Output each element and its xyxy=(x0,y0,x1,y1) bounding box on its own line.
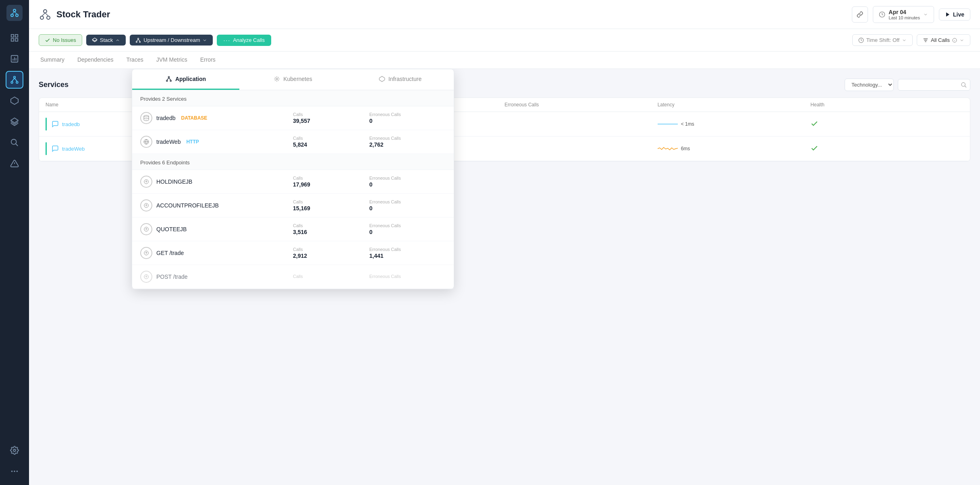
endpoint-row-quoteejb[interactable]: QUOTEEJB Calls 3,516 Erroneous Calls 0 xyxy=(132,218,454,241)
latency-cell: 6ms xyxy=(658,145,811,153)
live-button[interactable]: Live xyxy=(939,8,970,21)
accountprofileejb-erroneous: Erroneous Calls 0 xyxy=(370,199,446,211)
svg-line-21 xyxy=(16,144,18,146)
post-trade-erroneous: Erroneous Calls xyxy=(370,274,446,280)
svg-rect-6 xyxy=(15,35,18,37)
main-content: Stock Trader Apr 04 Last 10 minutes xyxy=(29,0,980,485)
tab-application[interactable]: Application xyxy=(132,69,239,90)
technology-filter[interactable]: Technology... xyxy=(845,79,894,91)
sidebar-item-reports[interactable] xyxy=(6,50,23,68)
time-range-selector[interactable]: Apr 04 Last 10 minutes xyxy=(873,6,934,23)
svg-point-2 xyxy=(16,14,18,17)
svg-marker-34 xyxy=(946,12,949,17)
sidebar-item-dashboard[interactable] xyxy=(6,29,23,47)
infra-tab-icon xyxy=(379,76,385,82)
endpoint-quoteejb-name: QUOTEEJB xyxy=(140,223,293,235)
link-button[interactable] xyxy=(852,6,868,23)
chevron-down-calls-icon xyxy=(959,38,964,43)
upstream-downstream-button[interactable]: Upstream / Downstream xyxy=(130,35,213,46)
tab-infrastructure-label: Infrastructure xyxy=(388,76,421,82)
stack-label: Stack xyxy=(100,37,113,43)
quoteejb-calls: Calls 3,516 xyxy=(293,223,370,235)
endpoint-icon-2 xyxy=(140,223,152,235)
svg-point-29 xyxy=(40,16,44,19)
tradedb-calls: Calls 39,557 xyxy=(293,112,370,124)
svg-line-32 xyxy=(45,13,48,16)
endpoint-post-trade-name: POST /trade xyxy=(140,271,293,283)
sidebar-item-services[interactable] xyxy=(6,71,23,89)
svg-line-54 xyxy=(167,78,169,80)
svg-point-56 xyxy=(276,78,278,80)
svg-point-27 xyxy=(17,470,18,472)
sidebar-item-layers[interactable] xyxy=(6,113,23,131)
tab-jvm-metrics[interactable]: JVM Metrics xyxy=(155,52,189,68)
tab-summary[interactable]: Summary xyxy=(39,52,66,68)
svg-point-14 xyxy=(11,81,13,83)
no-issues-label: No Issues xyxy=(53,37,76,43)
stack-button[interactable]: Stack xyxy=(86,35,126,46)
header-left: Stock Trader xyxy=(39,8,110,21)
col-erroneous: Erroneous Calls xyxy=(505,102,658,108)
health-cell xyxy=(810,120,963,129)
svg-line-3 xyxy=(12,12,15,14)
svg-point-24 xyxy=(13,449,16,452)
endpoint-icon-3 xyxy=(140,247,152,259)
time-range-label: Last 10 minutes xyxy=(889,15,920,20)
time-shift-selector[interactable]: Time Shift: Off xyxy=(852,34,913,46)
svg-point-37 xyxy=(136,41,137,42)
chevron-down-icon xyxy=(923,12,928,17)
endpoint-row-get-trade[interactable]: GET /trade Calls 2,912 Erroneous Calls 1… xyxy=(132,241,454,265)
endpoint-icon-1 xyxy=(140,199,152,211)
svg-line-40 xyxy=(138,39,140,41)
tab-errors[interactable]: Errors xyxy=(199,52,217,68)
row-indicator xyxy=(46,142,47,155)
filter-icon xyxy=(923,37,928,43)
logo[interactable] xyxy=(6,5,23,21)
endpoint-row-holdingejb[interactable]: HOLDINGEJB Calls 17,969 Erroneous Calls … xyxy=(132,170,454,194)
upstream-downstream-dropdown: Application Kubernetes Infrastructu xyxy=(132,69,454,289)
holdingejb-calls: Calls 17,969 xyxy=(293,176,370,188)
tradedb-erroneous: Erroneous Calls 0 xyxy=(370,112,446,124)
main-panel: Services Technology... xyxy=(29,69,980,485)
svg-marker-57 xyxy=(379,76,384,81)
endpoint-icon-4 xyxy=(140,271,152,283)
holdingejb-erroneous: Erroneous Calls 0 xyxy=(370,176,446,188)
endpoint-row-accountprofileejb[interactable]: ACCOUNTPROFILEEJB Calls 15,169 Erroneous… xyxy=(132,194,454,218)
service-icon xyxy=(52,120,59,128)
header-right: Apr 04 Last 10 minutes Live xyxy=(852,6,970,23)
svg-rect-8 xyxy=(15,39,18,41)
svg-point-20 xyxy=(11,139,17,145)
check-icon xyxy=(45,37,50,43)
tradeweb-erroneous: Erroneous Calls 2,762 xyxy=(370,136,446,148)
col-latency: Latency xyxy=(658,102,811,108)
service-row-tradedb[interactable]: tradedb DATABASE Calls 39,557 Erroneous … xyxy=(132,106,454,130)
analyze-calls-button[interactable]: ··· Analyze Calls xyxy=(217,35,271,46)
clock-icon xyxy=(858,37,864,43)
tab-kubernetes[interactable]: Kubernetes xyxy=(239,69,347,90)
health-check-icon xyxy=(810,120,818,128)
database-icon xyxy=(140,112,152,124)
endpoint-row-post-trade[interactable]: POST /trade Calls Erroneous Calls xyxy=(132,265,454,289)
sidebar-item-search[interactable] xyxy=(6,134,23,151)
tab-traces[interactable]: Traces xyxy=(125,52,145,68)
all-calls-selector[interactable]: All Calls xyxy=(917,34,970,46)
sidebar-item-more[interactable] xyxy=(6,462,23,480)
dropdown-content: Provides 2 Services tradedb xyxy=(132,90,454,289)
no-issues-button[interactable]: No Issues xyxy=(39,34,82,46)
svg-point-52 xyxy=(166,80,168,81)
tab-infrastructure[interactable]: Infrastructure xyxy=(347,69,454,90)
sidebar-item-settings[interactable] xyxy=(6,441,23,459)
sidebar-item-diamond[interactable] xyxy=(6,92,23,110)
service-row-tradeweb[interactable]: tradeWeb HTTP Calls 5,824 Erroneous Call… xyxy=(132,130,454,154)
search-input[interactable] xyxy=(898,79,970,91)
service-icon xyxy=(52,145,59,152)
svg-line-49 xyxy=(965,86,966,87)
sidebar-item-alerts[interactable] xyxy=(6,155,23,172)
accountprofileejb-calls: Calls 15,169 xyxy=(293,199,370,211)
live-label: Live xyxy=(953,11,964,18)
tab-dependencies[interactable]: Dependencies xyxy=(76,52,115,68)
service-tradeweb-name: tradeWeb HTTP xyxy=(140,136,293,148)
filter-container: Technology... xyxy=(845,79,894,91)
play-icon xyxy=(945,12,951,17)
svg-point-48 xyxy=(961,83,965,86)
